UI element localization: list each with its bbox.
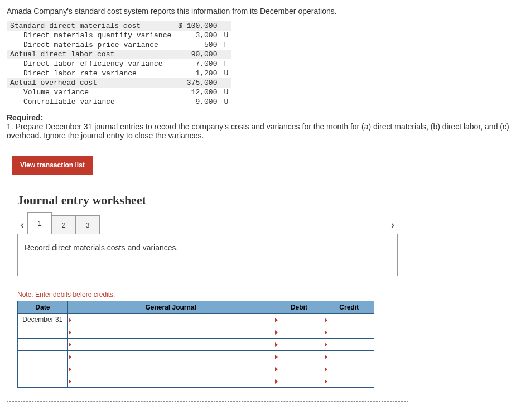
cost-label: Direct materials price variance <box>7 40 175 50</box>
cost-label: Direct labor rate variance <box>7 69 175 78</box>
cost-info-table: Standard direct materials cost$ 100,000D… <box>7 21 231 107</box>
credit-cell[interactable] <box>324 363 374 375</box>
cost-value: 1,200 <box>175 69 220 78</box>
general-journal-cell[interactable] <box>67 339 274 351</box>
required-heading: Required: <box>7 113 514 122</box>
cost-flag: F <box>220 40 231 50</box>
tab-1[interactable]: 1 <box>27 212 52 234</box>
worksheet-tabbar: ‹ 1 2 3 › <box>17 215 398 234</box>
date-cell[interactable] <box>18 351 68 363</box>
col-header-debit: Debit <box>274 301 324 314</box>
journal-entry-worksheet: Journal entry worksheet ‹ 1 2 3 › Record… <box>7 185 408 402</box>
date-cell[interactable] <box>18 339 68 351</box>
general-journal-cell[interactable] <box>67 351 274 363</box>
cost-flag: U <box>220 31 231 40</box>
cost-value: 3,000 <box>175 31 220 40</box>
tab-2[interactable]: 2 <box>51 215 76 234</box>
general-journal-cell[interactable] <box>67 314 274 326</box>
credit-cell[interactable] <box>324 314 374 326</box>
cost-flag: U <box>220 88 231 97</box>
cost-label: Actual direct labor cost <box>7 50 175 59</box>
journal-entry-table: Date General Journal Debit Credit Decemb… <box>17 301 374 388</box>
cost-value: 7,000 <box>175 59 220 69</box>
cost-value: 500 <box>175 40 220 50</box>
cost-label: Controllable variance <box>7 97 175 107</box>
debit-cell[interactable] <box>274 314 324 326</box>
debit-cell[interactable] <box>274 326 324 339</box>
problem-intro: Amada Company's standard cost system rep… <box>7 7 514 16</box>
cost-label: Volume variance <box>7 88 175 97</box>
general-journal-cell[interactable] <box>67 363 274 375</box>
col-header-general-journal: General Journal <box>67 301 274 314</box>
cost-label: Standard direct materials cost <box>7 21 175 31</box>
cost-flag: U <box>220 69 231 78</box>
credit-cell[interactable] <box>324 339 374 351</box>
date-cell[interactable] <box>18 326 68 339</box>
cost-flag <box>220 78 231 88</box>
debit-cell[interactable] <box>274 339 324 351</box>
tab-3[interactable]: 3 <box>75 215 100 234</box>
view-transaction-list-button[interactable]: View transaction list <box>12 156 93 175</box>
cost-value: 375,000 <box>175 78 220 88</box>
debit-cell[interactable] <box>274 375 324 388</box>
chevron-right-icon[interactable]: › <box>388 219 398 231</box>
debit-cell[interactable] <box>274 351 324 363</box>
cost-flag: F <box>220 59 231 69</box>
cost-flag <box>220 21 231 31</box>
cost-label: Actual overhead cost <box>7 78 175 88</box>
credit-cell[interactable] <box>324 326 374 339</box>
date-cell[interactable] <box>18 363 68 375</box>
worksheet-title: Journal entry worksheet <box>17 193 398 207</box>
debits-before-credits-note: Note: Enter debits before credits. <box>17 291 398 298</box>
date-cell[interactable] <box>18 375 68 388</box>
cost-value: 9,000 <box>175 97 220 107</box>
date-cell[interactable]: December 31 <box>18 314 68 326</box>
general-journal-cell[interactable] <box>67 375 274 388</box>
cost-label: Direct materials quantity variance <box>7 31 175 40</box>
cost-flag <box>220 50 231 59</box>
col-header-date: Date <box>18 301 68 314</box>
entry-instruction: Record direct materials costs and varian… <box>17 234 398 276</box>
col-header-credit: Credit <box>324 301 374 314</box>
cost-value: 90,000 <box>175 50 220 59</box>
cost-label: Direct labor efficiency variance <box>7 59 175 69</box>
chevron-left-icon[interactable]: ‹ <box>17 219 27 231</box>
cost-value: 12,000 <box>175 88 220 97</box>
credit-cell[interactable] <box>324 351 374 363</box>
debit-cell[interactable] <box>274 363 324 375</box>
cost-flag: U <box>220 97 231 107</box>
credit-cell[interactable] <box>324 375 374 388</box>
general-journal-cell[interactable] <box>67 326 274 339</box>
cost-value: $ 100,000 <box>175 21 220 31</box>
required-text: 1. Prepare December 31 journal entries t… <box>7 122 514 140</box>
